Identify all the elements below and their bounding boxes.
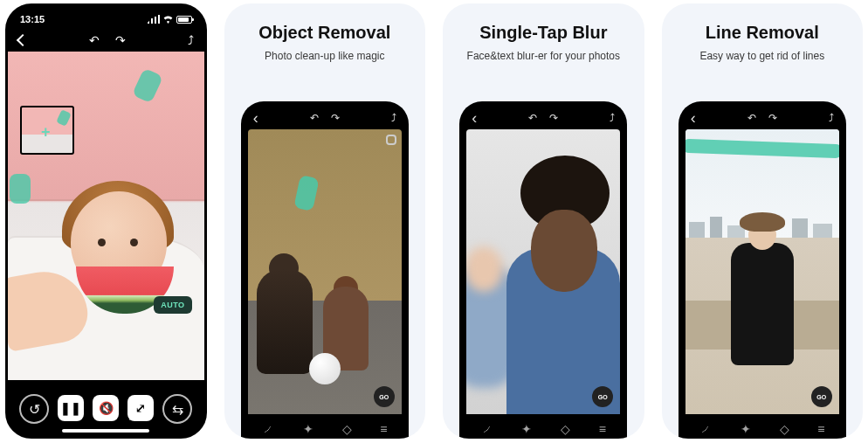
editor-toolbar: ↺ ✦ Brush ◯ Lasso ◇ Eraser ⇆ ❚❚ 🔇 ⤢ xyxy=(8,380,204,436)
eraser-icon[interactable]: ◇ xyxy=(780,422,789,436)
person xyxy=(731,243,794,365)
auto-button[interactable]: AUTO xyxy=(154,296,191,314)
share-icon[interactable]: ⤴ xyxy=(610,112,615,124)
card-title: Single-Tap Blur xyxy=(479,23,607,43)
sliders-icon[interactable]: ≡ xyxy=(817,422,824,436)
device-screen: GO xyxy=(466,129,620,414)
device-topbar: ‹ ↶ ↷ ⤴ xyxy=(685,110,839,126)
card-subtitle: Easy way to get rid of lines xyxy=(699,50,824,62)
eye xyxy=(130,239,138,246)
compare-thumbnail[interactable] xyxy=(20,106,74,155)
share-icon[interactable]: ⤴ xyxy=(829,112,834,124)
brush-mark xyxy=(132,68,163,104)
device-mock: ‹ ↶ ↷ ⤴ GO ⟋ ✦ ◇ ≡ xyxy=(679,101,846,439)
reset-button[interactable]: ↺ xyxy=(19,394,49,424)
target-icon xyxy=(386,135,396,145)
back-icon[interactable] xyxy=(17,34,29,46)
redo-icon[interactable]: ↷ xyxy=(115,34,126,46)
device-mock: ‹ ↶ ↷ ⤴ GO ⟋ ✦ ◇ ≡ xyxy=(241,101,409,439)
editor-topbar: ↶ ↷ ⤴ xyxy=(8,29,204,52)
brush-mark xyxy=(10,174,31,204)
expand-button[interactable]: ⤢ xyxy=(127,395,154,421)
device-topbar: ‹ ↶ ↷ ⤴ xyxy=(466,110,620,126)
device-screen: GO xyxy=(685,129,839,414)
device-topbar: ‹ ↶ ↷ ⤴ xyxy=(248,110,402,126)
wand-icon[interactable]: ✦ xyxy=(521,422,532,436)
card-title: Object Removal xyxy=(258,23,390,43)
video-overlay: ❚❚ 🔇 ⤢ xyxy=(58,395,154,421)
eye xyxy=(98,239,106,246)
settings-icon: ⇆ xyxy=(172,401,183,418)
editor-canvas[interactable]: AUTO xyxy=(8,52,204,380)
eraser-icon[interactable]: ◇ xyxy=(561,422,570,436)
hat xyxy=(740,212,785,232)
device-screen: GO xyxy=(248,129,402,414)
status-time: 13:15 xyxy=(20,14,45,24)
sliders-icon[interactable]: ≡ xyxy=(380,422,387,436)
go-button[interactable]: GO xyxy=(374,386,395,407)
share-icon[interactable]: ⤴ xyxy=(188,34,194,46)
screenshots-row: 13:15 ↶ ↷ ⤴ xyxy=(0,0,868,443)
device-toolbar: ⟋ ✦ ◇ ≡ xyxy=(248,414,402,439)
eraser-icon[interactable]: ◇ xyxy=(342,422,352,436)
redo-icon[interactable]: ↷ xyxy=(768,112,777,124)
back-icon[interactable]: ‹ xyxy=(691,109,696,128)
phone-notch xyxy=(59,6,152,25)
card-title: Line Removal xyxy=(706,23,819,43)
reset-icon: ↺ xyxy=(29,401,40,418)
undo-icon[interactable]: ↶ xyxy=(89,34,100,46)
card-subtitle: Photo clean-up like magic xyxy=(265,50,384,62)
redo-icon[interactable]: ↷ xyxy=(331,112,340,124)
feature-card: Single-Tap Blur Face&text blur-er for yo… xyxy=(443,3,644,439)
undo-icon[interactable]: ↶ xyxy=(528,112,537,124)
feature-card: Line Removal Easy way to get rid of line… xyxy=(662,3,863,439)
wand-icon[interactable]: ✦ xyxy=(303,422,313,436)
redo-icon[interactable]: ↷ xyxy=(549,112,558,124)
slash-icon[interactable]: ⟋ xyxy=(481,422,493,436)
battery-icon xyxy=(176,16,192,24)
wifi-icon xyxy=(162,15,174,24)
mute-button[interactable]: 🔇 xyxy=(93,395,119,421)
device-mock: ‹ ↶ ↷ ⤴ GO ⟋ ✦ ◇ ≡ xyxy=(459,101,627,439)
device-toolbar: ⟋ ✦ ◇ ≡ xyxy=(685,414,839,439)
settings-button[interactable]: ⇆ xyxy=(162,394,192,424)
go-button[interactable]: GO xyxy=(811,386,832,407)
sliders-icon[interactable]: ≡ xyxy=(599,422,606,436)
home-indicator xyxy=(62,429,149,433)
face xyxy=(531,210,597,292)
feature-card: Object Removal Photo clean-up like magic… xyxy=(224,3,425,439)
go-button[interactable]: GO xyxy=(592,386,613,407)
slash-icon[interactable]: ⟋ xyxy=(262,422,274,436)
back-icon[interactable]: ‹ xyxy=(253,109,258,128)
wand-icon[interactable]: ✦ xyxy=(741,422,751,436)
brush-mark xyxy=(293,175,319,211)
undo-icon[interactable]: ↶ xyxy=(310,112,319,124)
person-a xyxy=(257,269,313,374)
screenshot-editor: 13:15 ↶ ↷ ⤴ xyxy=(5,3,207,439)
undo-icon[interactable]: ↶ xyxy=(747,112,756,124)
device-toolbar: ⟋ ✦ ◇ ≡ xyxy=(466,414,620,439)
back-icon[interactable]: ‹ xyxy=(472,109,477,128)
pause-button[interactable]: ❚❚ xyxy=(58,395,84,421)
ball xyxy=(309,353,341,384)
share-icon[interactable]: ⤴ xyxy=(391,112,396,124)
slash-icon[interactable]: ⟋ xyxy=(699,422,712,436)
card-subtitle: Face&text blur-er for your photos xyxy=(467,50,620,62)
face-blurred xyxy=(466,246,503,292)
